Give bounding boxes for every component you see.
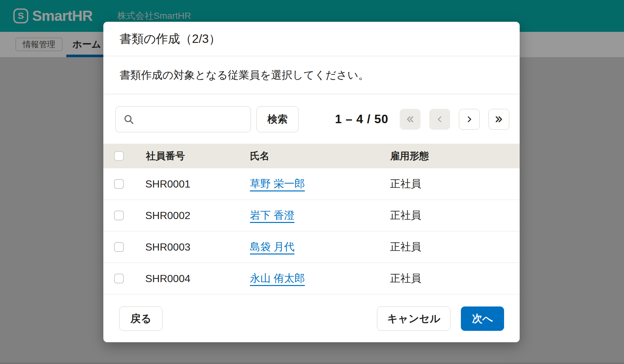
chevron-right-icon — [465, 115, 474, 124]
select-all-checkbox[interactable] — [114, 151, 124, 161]
column-header-name: 氏名 — [250, 150, 269, 163]
row-checkbox[interactable] — [114, 211, 124, 220]
dialog-description: 書類作成の対象となる従業員を選択してください。 — [103, 57, 520, 94]
table-row: SHR0003 島袋 月代 正社員 — [103, 231, 520, 263]
employee-id-cell: SHR0003 — [145, 241, 190, 253]
employment-type-cell: 正社員 — [390, 208, 421, 223]
table-header-row: 社員番号 氏名 雇用形態 — [103, 144, 520, 168]
employment-type-cell: 正社員 — [390, 240, 421, 254]
first-page-button[interactable] — [400, 109, 421, 130]
employee-id-cell: SHR0004 — [145, 273, 190, 285]
employee-name-link[interactable]: 岩下 香澄 — [250, 208, 294, 223]
employee-id-cell: SHR0002 — [145, 210, 190, 222]
double-chevron-right-icon — [494, 114, 504, 124]
row-checkbox[interactable] — [114, 179, 124, 189]
employment-type-cell: 正社員 — [390, 177, 421, 191]
pagination-range: 1 – 4 / 50 — [335, 112, 388, 126]
create-document-dialog: 書類の作成（2/3） 書類作成の対象となる従業員を選択してください。 検索 1 … — [103, 22, 520, 342]
search-input[interactable] — [115, 106, 251, 132]
employee-name-link[interactable]: 永山 侑太郎 — [250, 271, 305, 286]
employee-name-link[interactable]: 島袋 月代 — [250, 240, 294, 254]
next-page-button[interactable] — [459, 109, 480, 130]
search-field-wrap — [115, 106, 251, 132]
cancel-button[interactable]: キャンセル — [377, 306, 450, 331]
employee-id-cell: SHR0001 — [145, 178, 190, 190]
prev-page-button[interactable] — [429, 109, 450, 130]
employment-type-cell: 正社員 — [390, 271, 421, 286]
last-page-button[interactable] — [488, 109, 509, 130]
back-button[interactable]: 戻る — [119, 306, 162, 331]
employee-name-link[interactable]: 草野 栄一郎 — [250, 177, 305, 191]
employee-table: 社員番号 氏名 雇用形態 SHR0001 草野 栄一郎 正社員 SHR0002 … — [103, 144, 520, 294]
row-checkbox[interactable] — [114, 274, 124, 283]
table-row: SHR0004 永山 侑太郎 正社員 — [103, 263, 520, 294]
search-button[interactable]: 検索 — [256, 106, 299, 132]
row-checkbox[interactable] — [114, 242, 124, 252]
column-header-employment-type: 雇用形態 — [390, 150, 429, 163]
table-row: SHR0001 草野 栄一郎 正社員 — [103, 168, 520, 200]
chevron-left-icon — [436, 115, 444, 124]
dialog-title: 書類の作成（2/3） — [103, 22, 520, 56]
search-toolbar: 検索 1 – 4 / 50 — [115, 106, 509, 132]
table-row: SHR0002 岩下 香澄 正社員 — [103, 200, 520, 231]
double-chevron-left-icon — [405, 114, 415, 124]
next-button[interactable]: 次へ — [461, 306, 504, 331]
column-header-employee-id: 社員番号 — [146, 150, 185, 163]
search-icon — [123, 114, 134, 125]
